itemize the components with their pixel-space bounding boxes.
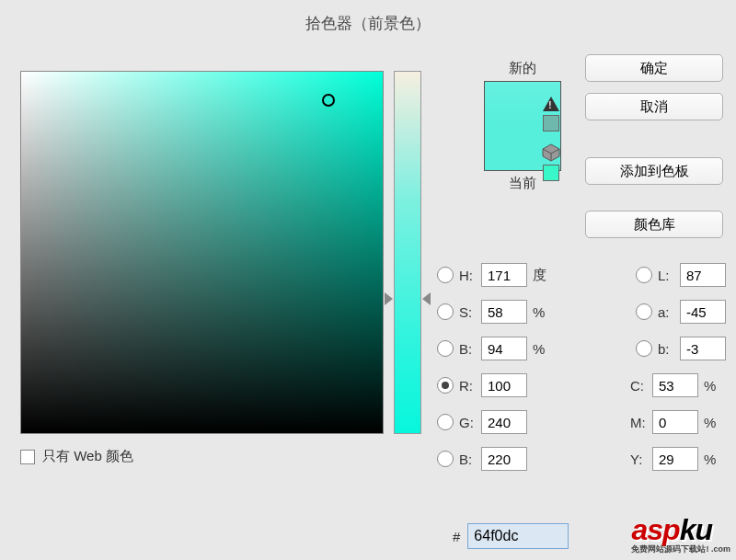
unit-m: %	[704, 415, 726, 430]
watermark: aspku 免费网站源码下载站! .com	[631, 513, 730, 555]
swatch-current-label: 当前	[460, 175, 584, 192]
input-brgb[interactable]	[481, 447, 527, 471]
color-cursor[interactable]	[322, 94, 335, 107]
hex-row: #	[453, 523, 569, 549]
swatch-area: 新的 当前	[460, 58, 584, 194]
radio-g[interactable]	[437, 414, 454, 430]
radio-r[interactable]	[437, 377, 454, 394]
ok-button[interactable]: 确定	[585, 54, 723, 82]
radio-brgb[interactable]	[437, 451, 454, 467]
radio-a[interactable]	[636, 303, 652, 320]
input-s[interactable]	[481, 300, 527, 324]
input-h[interactable]	[481, 263, 527, 287]
label-h: H:	[459, 268, 481, 283]
hex-input[interactable]	[467, 523, 569, 549]
unit-h: 度	[533, 267, 555, 284]
label-l: L:	[658, 268, 680, 283]
websafe-warning-swatch[interactable]	[543, 165, 559, 181]
picker-body: 新的 当前 确定 取消 添加到色板 颜色库 H: 度 L:	[0, 45, 736, 559]
label-blab: b:	[658, 341, 680, 357]
radio-blab[interactable]	[636, 340, 652, 357]
input-m[interactable]	[652, 410, 698, 434]
label-a: a:	[658, 304, 680, 320]
label-y: Y:	[630, 451, 652, 467]
radio-h[interactable]	[437, 267, 454, 283]
radio-s[interactable]	[437, 303, 454, 320]
add-to-swatches-button[interactable]: 添加到色板	[585, 157, 723, 185]
hue-cursor-right[interactable]	[422, 292, 431, 305]
label-r: R:	[459, 378, 481, 394]
input-y[interactable]	[652, 447, 698, 471]
value-fields: H: 度 L: S: % a:	[437, 257, 731, 477]
unit-s: %	[533, 304, 555, 320]
unit-bhsb: %	[533, 341, 555, 357]
input-blab[interactable]	[680, 337, 726, 360]
unit-c: %	[704, 378, 726, 394]
input-l[interactable]	[680, 263, 726, 287]
input-r[interactable]	[481, 373, 527, 397]
hex-prefix: #	[453, 529, 460, 544]
radio-l[interactable]	[636, 267, 652, 283]
input-g[interactable]	[481, 410, 527, 434]
cancel-button[interactable]: 取消	[585, 93, 723, 120]
label-c: C:	[630, 378, 652, 394]
color-libraries-button[interactable]: 颜色库	[585, 211, 723, 238]
label-brgb: B:	[459, 451, 481, 467]
swatch-new-label: 新的	[460, 60, 584, 77]
web-only-checkbox[interactable]	[20, 450, 35, 464]
unit-y: %	[704, 451, 726, 467]
label-g: G:	[459, 415, 481, 430]
hue-cursor-left[interactable]	[385, 292, 393, 305]
radio-bhsb[interactable]	[437, 340, 454, 357]
input-bhsb[interactable]	[481, 337, 527, 360]
color-field[interactable]	[20, 71, 384, 434]
input-c[interactable]	[652, 373, 698, 397]
gamut-warning-icon[interactable]	[543, 97, 559, 111]
input-a[interactable]	[680, 300, 726, 324]
web-only-row: 只有 Web 颜色	[20, 448, 133, 465]
label-m: M:	[630, 415, 652, 430]
hue-slider[interactable]	[394, 71, 421, 434]
window-title: 拾色器（前景色）	[0, 0, 736, 45]
gamut-warning-swatch[interactable]	[543, 115, 559, 131]
label-bhsb: B:	[459, 341, 481, 357]
websafe-warning-icon[interactable]	[542, 143, 560, 162]
web-only-label: 只有 Web 颜色	[42, 448, 133, 465]
label-s: S:	[459, 304, 481, 320]
